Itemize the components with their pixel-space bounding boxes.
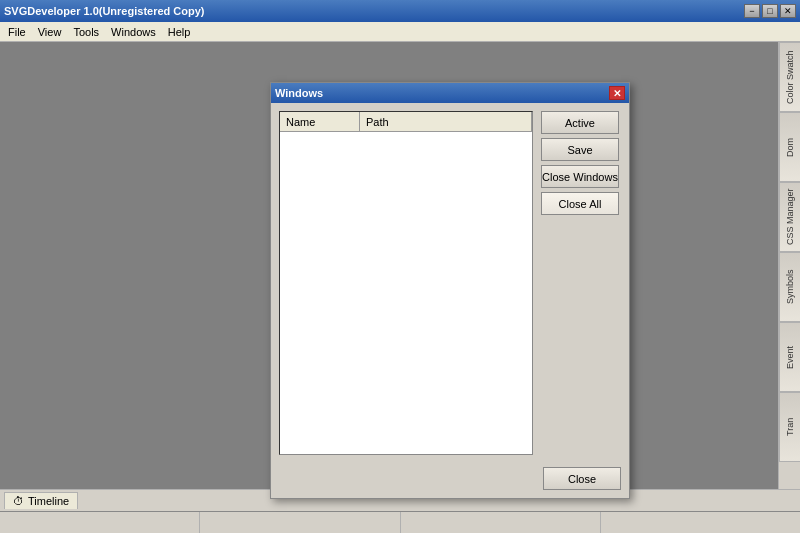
tab-event[interactable]: Event [779, 322, 800, 392]
menu-tools[interactable]: Tools [67, 24, 105, 40]
col-path: Path [360, 112, 532, 131]
menu-file[interactable]: File [2, 24, 32, 40]
modal-overlay: Windows ✕ Name Path Active Save Close [0, 42, 800, 489]
windows-list: Name Path [279, 111, 533, 455]
window-controls: − □ ✕ [744, 4, 796, 18]
dialog-footer: Close [271, 463, 629, 498]
close-button[interactable]: Close [543, 467, 621, 490]
tab-symbols-label: Symbols [785, 270, 795, 305]
tab-tran-label: Tran [785, 418, 795, 436]
dialog-title-bar: Windows ✕ [271, 83, 629, 103]
close-windows-button[interactable]: Close Windows [541, 165, 619, 188]
status-section-3 [401, 512, 601, 533]
status-section-1 [0, 512, 200, 533]
list-header: Name Path [280, 112, 532, 132]
main-area: Windows ✕ Name Path Active Save Close [0, 42, 800, 489]
active-button[interactable]: Active [541, 111, 619, 134]
maximize-button[interactable]: □ [762, 4, 778, 18]
tab-symbols[interactable]: Symbols [779, 252, 800, 322]
menu-bar: File View Tools Windows Help [0, 22, 800, 42]
tab-dom-label: Dom [785, 138, 795, 157]
menu-windows[interactable]: Windows [105, 24, 162, 40]
menu-help[interactable]: Help [162, 24, 197, 40]
status-bar [0, 511, 800, 533]
windows-dialog: Windows ✕ Name Path Active Save Close [270, 82, 630, 499]
dialog-close-icon[interactable]: ✕ [609, 86, 625, 100]
dialog-buttons: Active Save Close Windows Close All [541, 111, 621, 455]
tab-css-manager[interactable]: CSS Manager [779, 182, 800, 252]
close-button[interactable]: ✕ [780, 4, 796, 18]
timeline-tab[interactable]: ⏱ Timeline [4, 492, 78, 509]
col-name: Name [280, 112, 360, 131]
app-title: SVGDeveloper 1.0(Unregistered Copy) [4, 5, 205, 17]
right-panel: Color Swatch Dom CSS Manager Symbols Eve… [778, 42, 800, 489]
menu-view[interactable]: View [32, 24, 68, 40]
tab-css-manager-label: CSS Manager [785, 189, 795, 246]
status-section-4 [601, 512, 800, 533]
timeline-label: Timeline [28, 495, 69, 507]
title-bar: SVGDeveloper 1.0(Unregistered Copy) − □ … [0, 0, 800, 22]
list-content[interactable] [280, 132, 532, 454]
tab-color-swatch[interactable]: Color Swatch [779, 42, 800, 112]
minimize-button[interactable]: − [744, 4, 760, 18]
dialog-title: Windows [275, 87, 323, 99]
status-section-2 [200, 512, 400, 533]
timeline-icon: ⏱ [13, 495, 24, 507]
tab-event-label: Event [785, 346, 795, 369]
save-button[interactable]: Save [541, 138, 619, 161]
dialog-body: Name Path Active Save Close Windows Clos… [271, 103, 629, 463]
tab-dom[interactable]: Dom [779, 112, 800, 182]
tab-color-swatch-label: Color Swatch [785, 50, 795, 104]
tab-tran[interactable]: Tran [779, 392, 800, 462]
close-all-button[interactable]: Close All [541, 192, 619, 215]
